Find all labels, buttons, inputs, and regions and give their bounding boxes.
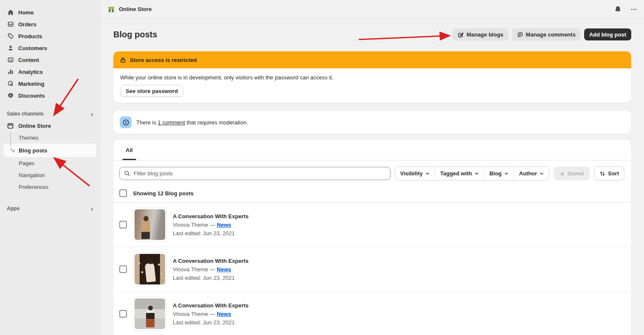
sidebar-item-analytics[interactable]: Analytics — [0, 66, 100, 78]
blog-post-title[interactable]: A Conversation With Experts — [173, 302, 249, 309]
filter-toolbar: Visibility Tagged with Blog Author — [113, 160, 631, 188]
manage-comments-button[interactable]: Manage comments — [512, 28, 581, 40]
blog-posts-list-card: All Visibility — [113, 140, 631, 335]
blog-post-last-edited: Last edited: Jun 23, 2021 — [173, 275, 249, 281]
sidebar-item-customers[interactable]: Customers — [0, 42, 100, 54]
blog-filter-dropdown[interactable]: Blog — [484, 167, 514, 180]
manage-blogs-button[interactable]: Manage blogs — [453, 28, 509, 40]
blog-thumbnail — [133, 297, 167, 331]
notifications-bell-icon[interactable] — [612, 3, 624, 15]
sidebar-item-preferences[interactable]: Preferences — [0, 181, 100, 193]
visibility-filter-dropdown[interactable]: Visibility — [395, 167, 435, 180]
row-checkbox[interactable] — [119, 221, 127, 228]
row-checkbox[interactable] — [119, 265, 127, 273]
more-options-ellipsis-icon[interactable] — [628, 3, 640, 15]
sidebar-item-label: Orders — [18, 21, 37, 28]
content-icon — [7, 56, 14, 64]
blog-thumbnail-image — [135, 209, 165, 240]
tagged-with-filter-dropdown[interactable]: Tagged with — [435, 167, 484, 180]
apps-label: Apps — [7, 206, 20, 211]
list-header-row: Showing 12 Blog posts — [113, 188, 631, 203]
sidebar-item-label: Online Store — [18, 123, 51, 129]
chevron-down-icon — [425, 172, 430, 176]
topbar-title: Online Store — [119, 6, 152, 12]
app-window: Home Orders Products Customers Content — [0, 0, 644, 335]
blog-post-info: A Conversation With Experts Vinova Theme… — [173, 258, 249, 281]
chevron-down-icon — [504, 172, 509, 176]
sort-button[interactable]: Sort — [594, 166, 624, 180]
star-icon: ★ — [560, 170, 565, 177]
online-store-logo-icon — [107, 5, 115, 14]
one-comment-link[interactable]: 1 comment — [158, 119, 185, 126]
sidebar-item-navigation[interactable]: Navigation — [0, 169, 100, 181]
blog-post-info: A Conversation With Experts Vinova Theme… — [173, 213, 249, 236]
sort-arrows-icon — [599, 171, 605, 177]
sidebar-section-apps[interactable]: Apps › — [0, 203, 100, 214]
sidebar-item-pages[interactable]: Pages — [0, 157, 100, 169]
topbar-context: Online Store — [107, 5, 152, 14]
blog-thumbnail-image — [135, 254, 165, 284]
sidebar-item-blog-posts[interactable]: Blog posts — [3, 144, 96, 157]
showing-count-label: Showing 12 Blog posts — [133, 190, 194, 197]
sidebar-item-label: Navigation — [19, 172, 45, 178]
blog-post-meta: Vinova Theme — News — [173, 222, 249, 228]
chevron-right-icon: › — [91, 206, 93, 212]
news-blog-link[interactable]: News — [217, 222, 231, 228]
info-banner-text: There is 1 comment that requires moderat… — [136, 119, 248, 126]
warning-banner-text: While your online store is in developmen… — [120, 74, 624, 81]
info-icon — [120, 116, 132, 128]
speech-bubble-icon — [517, 31, 523, 38]
page-title: Blog posts — [113, 30, 157, 39]
chevron-down-icon — [540, 172, 544, 176]
warning-banner-body: While your online store is in developmen… — [113, 68, 631, 103]
home-icon — [7, 9, 14, 16]
edit-compose-icon — [458, 31, 464, 38]
sales-channels-label: Sales channels — [7, 111, 44, 117]
row-checkbox[interactable] — [119, 310, 127, 318]
tab-all[interactable]: All — [122, 140, 136, 160]
sidebar-item-label: Home — [18, 9, 34, 16]
blog-post-title[interactable]: A Conversation With Experts — [173, 213, 249, 220]
author-filter-dropdown[interactable]: Author — [514, 167, 549, 180]
blog-post-title[interactable]: A Conversation With Experts — [173, 258, 249, 264]
sidebar-item-themes[interactable]: Themes — [0, 132, 100, 144]
saved-button[interactable]: ★ Saved — [554, 166, 590, 180]
add-blog-post-button[interactable]: Add blog post — [584, 28, 631, 40]
sidebar-item-label: Products — [18, 33, 42, 39]
customers-icon — [7, 45, 14, 52]
sidebar-item-online-store[interactable]: Online Store — [0, 120, 100, 132]
filter-search-box[interactable] — [119, 167, 391, 180]
sidebar-item-discounts[interactable]: Discounts — [0, 90, 100, 101]
sidebar-section-sales-channels[interactable]: Sales channels › — [0, 108, 100, 120]
sidebar-item-orders[interactable]: Orders — [0, 18, 100, 30]
topbar-actions — [612, 3, 640, 15]
page-header: Blog posts Manage blogs Manage comments — [113, 28, 631, 40]
sidebar-item-label: Discounts — [18, 93, 45, 99]
marketing-icon — [7, 80, 14, 87]
sidebar-item-content[interactable]: Content — [0, 54, 100, 66]
sidebar-item-marketing[interactable]: Marketing — [0, 78, 100, 90]
blog-thumbnail — [133, 208, 167, 242]
page-content: Blog posts Manage blogs Manage comments — [100, 19, 644, 335]
filter-dropdown-group: Visibility Tagged with Blog Author — [395, 166, 550, 180]
blog-post-row[interactable]: A Conversation With Experts Vinova Theme… — [113, 292, 631, 335]
sidebar-item-home[interactable]: Home — [0, 6, 100, 18]
sidebar-item-products[interactable]: Products — [0, 30, 100, 42]
blog-post-row[interactable]: A Conversation With Experts Vinova Theme… — [113, 203, 631, 247]
list-tabs: All — [113, 140, 631, 160]
lock-icon — [120, 57, 126, 63]
select-all-checkbox[interactable] — [119, 189, 127, 197]
sidebar-item-label: Blog posts — [19, 147, 47, 154]
blog-post-meta: Vinova Theme — News — [173, 311, 249, 317]
sidebar-item-label: Pages — [19, 160, 34, 166]
news-blog-link[interactable]: News — [217, 266, 231, 273]
blog-post-row[interactable]: A Conversation With Experts Vinova Theme… — [113, 247, 631, 292]
see-store-password-button[interactable]: See store password — [120, 85, 183, 97]
filter-blog-posts-input[interactable] — [134, 170, 386, 177]
sidebar-item-label: Marketing — [18, 81, 44, 87]
chevron-down-icon — [475, 172, 479, 176]
topbar: Online Store — [100, 0, 644, 19]
page-actions: Manage blogs Manage comments Add blog po… — [453, 28, 631, 40]
news-blog-link[interactable]: News — [217, 311, 231, 317]
main-area: Online Store Blog posts — [100, 0, 644, 335]
